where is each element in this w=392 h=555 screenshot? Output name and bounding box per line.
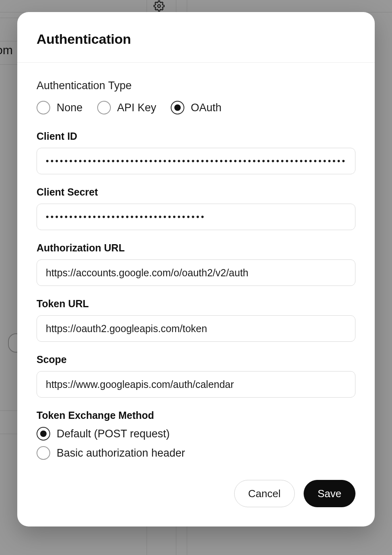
modal-header: Authentication: [17, 12, 375, 63]
radio-icon: [97, 101, 111, 114]
token-url-label: Token URL: [37, 298, 355, 310]
auth-type-oauth[interactable]: OAuth: [171, 101, 222, 114]
radio-icon: [171, 101, 184, 114]
modal-footer: Cancel Save: [17, 464, 375, 526]
auth-type-label: Authentication Type: [37, 80, 355, 92]
radio-label: API Key: [117, 102, 157, 114]
authentication-modal: Authentication Authentication Type None …: [17, 12, 375, 526]
client-id-input[interactable]: [37, 148, 355, 174]
authorization-url-input[interactable]: [37, 259, 355, 286]
client-secret-label: Client Secret: [37, 186, 355, 198]
token-exchange-label: Token Exchange Method: [37, 410, 355, 421]
authorization-url-label: Authorization URL: [37, 242, 355, 254]
client-id-label: Client ID: [37, 131, 355, 142]
auth-type-none[interactable]: None: [37, 101, 83, 114]
radio-icon: [37, 446, 50, 460]
radio-icon: [37, 427, 50, 441]
scope-label: Scope: [37, 354, 355, 365]
token-url-input[interactable]: [37, 315, 355, 342]
auth-type-api-key[interactable]: API Key: [97, 101, 157, 114]
modal-body: Authentication Type None API Key OAuth C…: [17, 63, 375, 464]
client-secret-input[interactable]: [37, 204, 355, 230]
token-exchange-radio-group: Default (POST request) Basic authorizati…: [37, 427, 355, 460]
token-exchange-default[interactable]: Default (POST request): [37, 427, 355, 441]
modal-title: Authentication: [37, 31, 355, 47]
radio-label: None: [57, 102, 83, 114]
radio-label: Default (POST request): [57, 428, 170, 440]
radio-icon: [37, 101, 50, 114]
radio-label: OAuth: [191, 102, 222, 114]
cancel-button[interactable]: Cancel: [234, 480, 295, 507]
auth-type-radio-group: None API Key OAuth: [37, 101, 355, 114]
scope-input[interactable]: [37, 371, 355, 398]
radio-label: Basic authorization header: [57, 447, 185, 459]
save-button[interactable]: Save: [304, 480, 355, 507]
token-exchange-basic[interactable]: Basic authorization header: [37, 446, 355, 460]
